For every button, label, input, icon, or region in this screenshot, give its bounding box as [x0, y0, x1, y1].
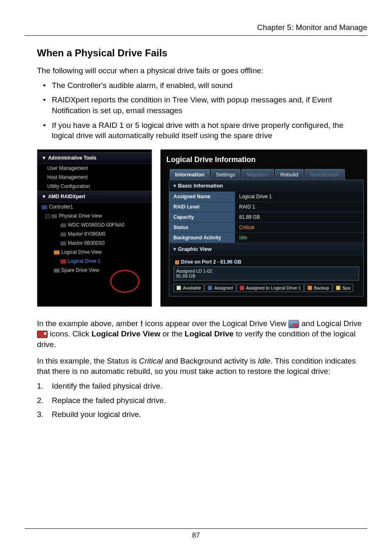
- field-value: RAID 1: [235, 202, 363, 212]
- legend-backup: Backup: [304, 284, 332, 292]
- tree-item-host-management[interactable]: Host Management: [37, 173, 152, 182]
- tree-view: ▼Administrative Tools User Management Ho…: [37, 149, 152, 307]
- tree-item-controller[interactable]: Controller1: [37, 202, 152, 211]
- tree-item-logical-drive-view[interactable]: Logical Drive View: [37, 248, 152, 257]
- tree-item-drive[interactable]: Maxtor 6B300S0: [37, 239, 152, 248]
- tree-item-spare-drive-view[interactable]: Spare Drive View: [37, 266, 152, 275]
- page-number: 87: [0, 531, 392, 540]
- step-text: Identify the failed physical drive.: [52, 381, 367, 392]
- swatch-icon: [208, 285, 212, 290]
- legend: Available Assigned Assigned to Logical D…: [173, 284, 359, 292]
- paragraph: In this example, the Status is Critical …: [37, 356, 367, 377]
- bullet-icon: •: [37, 120, 52, 141]
- field-value: 81.89 GB: [235, 212, 363, 222]
- logical-drive-icon: [60, 259, 66, 264]
- paragraph: In the example above, amber ! icons appe…: [37, 318, 367, 350]
- section-graphic-view[interactable]: ▾Graphic View: [169, 243, 363, 255]
- tree-label: WDC WD360GD-00FNA0: [68, 222, 125, 228]
- tree-item-user-management[interactable]: User Management: [37, 164, 152, 173]
- swatch-icon: [176, 285, 181, 290]
- tab-settings[interactable]: Settings: [211, 169, 241, 180]
- chevron-down-icon: ▾: [173, 183, 176, 189]
- field-label: RAID Level: [169, 202, 235, 212]
- triangle-down-icon: ▼: [42, 194, 46, 199]
- tree-label: Logical Drive View: [61, 249, 102, 255]
- info-card: ▾Basic Information Assigned NameLogical …: [169, 180, 364, 297]
- intro-paragraph: The following will occur when a physical…: [37, 65, 367, 76]
- panel-title: Logical Drive Information: [161, 154, 367, 169]
- drive-port-label: Drive on Port 2 - 81.96 GB: [173, 257, 359, 266]
- swatch-icon: [307, 285, 312, 290]
- footer-rule: [25, 528, 367, 529]
- logical-drive-view-icon: [288, 320, 299, 328]
- bullet-item: If you have a RAID 1 or 5 logical drive …: [52, 120, 367, 141]
- tree-label: Maxtor 6B300S0: [68, 240, 104, 246]
- tree-header-label: AMD RAIDXpert: [48, 194, 85, 199]
- header-rule: [25, 35, 367, 36]
- drive-icon: [175, 260, 179, 264]
- step-number: 1.: [37, 381, 52, 392]
- legend-assigned-ld1: Assigned to Logical Drive 1: [237, 284, 304, 292]
- tree-item-logical-drive-1[interactable]: Logical Drive 1: [37, 257, 152, 266]
- section-heading: When a Physical Drive Fails: [37, 47, 367, 59]
- chevron-down-icon: ▾: [173, 246, 176, 252]
- logical-drive-icon: [37, 331, 48, 338]
- tree-label: Spare Drive View: [61, 267, 99, 273]
- tree-header-raidxpert[interactable]: ▼AMD RAIDXpert: [37, 191, 152, 202]
- bullet-item: The Controller's audible alarm, if enabl…: [52, 80, 367, 91]
- app-screenshot: ▼Administrative Tools User Management Ho…: [37, 149, 367, 307]
- tree-label: Logical Drive 1: [68, 258, 100, 264]
- section-label: Graphic View: [178, 246, 212, 252]
- capacity-bar: Assigned LD 1-02 81.89 GB: [173, 266, 359, 280]
- drive-icon: [60, 232, 66, 236]
- bullet-icon: •: [37, 95, 52, 116]
- tree-label: Physical Drive View: [59, 213, 102, 219]
- step-number: 3.: [37, 409, 52, 420]
- tab-synchronize: Synchronize: [304, 169, 345, 180]
- logical-drive-info-panel: Logical Drive Information Information Se…: [160, 149, 367, 307]
- field-value-bg: Idle: [235, 233, 363, 243]
- bar-text: 81.89 GB: [176, 273, 356, 278]
- drive-icon: [60, 223, 66, 227]
- tab-information[interactable]: Information: [170, 169, 210, 180]
- bullet-icon: •: [37, 80, 52, 91]
- step-number: 2.: [37, 395, 52, 406]
- field-value-status: Critical: [235, 222, 363, 233]
- tree-item-utility-configuration[interactable]: Utility Configuration: [37, 182, 152, 191]
- chapter-label: Chapter 5: Monitor and Manage: [25, 23, 367, 32]
- tab-bar: Information Settings Migration Rebuild S…: [161, 169, 367, 180]
- field-label: Status: [169, 222, 235, 233]
- drive-group-icon: [51, 214, 57, 218]
- step-text: Rebuild your logical drive.: [52, 409, 367, 420]
- triangle-down-icon: ▼: [42, 155, 46, 161]
- tree-header-label: Administrative Tools: [48, 155, 97, 161]
- controller-icon: [42, 205, 47, 209]
- spare-drive-icon: [54, 269, 60, 273]
- tree-header-admin[interactable]: ▼Administrative Tools: [37, 152, 152, 164]
- bar-text: Assigned LD 1-02: [176, 269, 356, 273]
- tree-label: Controller1: [49, 204, 73, 210]
- tree-item-physical-drive-view[interactable]: −Physical Drive View: [37, 211, 152, 220]
- logical-drive-view-icon: [54, 250, 60, 255]
- tree-item-drive[interactable]: WDC WD360GD-00FNA0: [37, 220, 152, 229]
- tab-migration: Migration: [241, 169, 274, 180]
- tab-rebuild[interactable]: Rebuild: [275, 169, 304, 180]
- drive-icon: [60, 241, 66, 246]
- legend-assigned: Assigned: [205, 284, 235, 292]
- collapse-icon[interactable]: −: [46, 214, 50, 218]
- field-label: Assigned Name: [169, 192, 235, 202]
- swatch-icon: [240, 285, 244, 290]
- bullet-item: RAIDXpert reports the condition in Tree …: [52, 95, 367, 116]
- field-label: Capacity: [169, 212, 235, 222]
- page-footer: 87: [0, 528, 392, 540]
- swatch-icon: [336, 285, 341, 290]
- section-label: Basic Information: [178, 183, 223, 189]
- legend-available: Available: [173, 284, 204, 292]
- tree-label: Maxtor 6Y080M0: [68, 231, 105, 237]
- field-label: Background Activity: [169, 233, 235, 243]
- field-value: Logical Drive 1: [235, 192, 363, 202]
- step-text: Replace the failed physical drive.: [52, 395, 367, 406]
- legend-spare: Spa: [333, 284, 353, 292]
- section-basic-information[interactable]: ▾Basic Information: [169, 180, 363, 192]
- tree-item-drive[interactable]: Maxtor 6Y080M0: [37, 229, 152, 239]
